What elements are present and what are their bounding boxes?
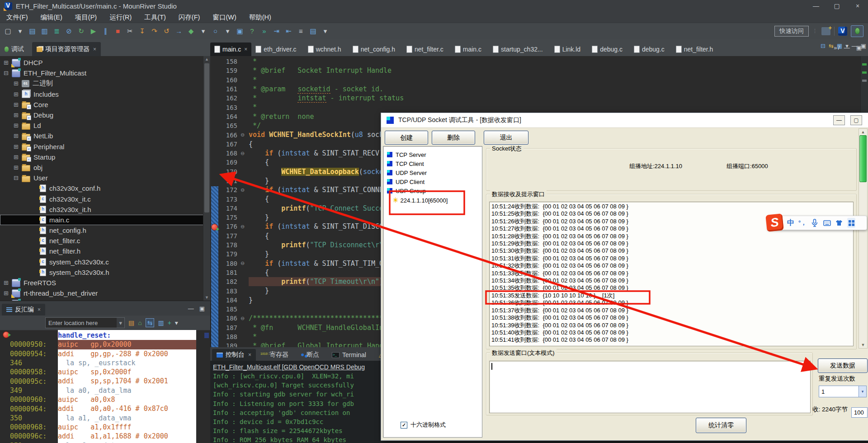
spin-dropdown-icon[interactable]: ▾	[859, 386, 866, 397]
menu-item[interactable]: 窗口(W)	[206, 12, 242, 23]
code-line[interactable]: 163 *	[210, 103, 868, 112]
step-return-icon[interactable]: ↺	[161, 26, 172, 37]
tree-item[interactable]: ⊞ obj	[0, 162, 210, 173]
breakpoint-icon[interactable]	[3, 332, 9, 338]
udp-group-member[interactable]: ☀ 224.1.1.10[65000]	[383, 195, 482, 205]
shift-left-icon[interactable]: ⇤	[283, 26, 294, 37]
menu-item[interactable]: 闪存(F)	[172, 12, 207, 23]
shift-right-icon[interactable]: ⇥	[271, 26, 282, 37]
tree-expander-icon[interactable]: ⊞	[14, 101, 20, 108]
scroll-up-icon[interactable]: ▲	[203, 57, 210, 61]
scroll-down-icon[interactable]: ▼	[203, 295, 210, 300]
dialog-scrollbar[interactable]: ▲ ▼	[859, 128, 868, 349]
sogou-logo-icon[interactable]: S	[765, 213, 784, 232]
tree-expander-icon[interactable]: ⊞	[4, 290, 10, 297]
editor-minimize-icon[interactable]: —	[844, 44, 850, 51]
code-line[interactable]: 159 * @brief Socket Interrupt Handle	[210, 66, 868, 75]
fold-marker-icon[interactable]: ⊖	[241, 187, 249, 193]
fold-marker-icon[interactable]: ⊖	[241, 260, 249, 266]
editor-tab[interactable]: Link.ld	[550, 42, 588, 56]
toolbox-icon[interactable]	[847, 218, 855, 228]
editor-tab[interactable]: main.c ×	[210, 42, 251, 56]
tree-item[interactable]: net_filter.h	[0, 246, 210, 256]
show-opcodes-icon[interactable]: ▥	[158, 319, 164, 326]
close-button[interactable]: ×	[847, 0, 868, 12]
tree-expander-icon[interactable]: ⊞	[14, 80, 20, 87]
tree-item[interactable]: ⊞ Core	[0, 99, 210, 110]
tree-expander-icon[interactable]: ⊟	[14, 174, 20, 181]
goto-icon[interactable]: →	[173, 26, 184, 37]
disassembly-row[interactable]: 0000096c: addi a1,a1,1688 # 0x2000	[0, 432, 210, 441]
disassembly-tab[interactable]: 反汇编 ×	[2, 304, 45, 316]
tree-expander-icon[interactable]: ⊞	[14, 132, 20, 139]
step-into-icon[interactable]: ↧	[137, 26, 148, 37]
disassembly-row[interactable]: 00000960: auipc a0,0x8	[0, 395, 210, 404]
clear-stats-button[interactable]: 统计清零	[696, 418, 746, 433]
tree-item[interactable]: ch32v30x_conf.h	[0, 183, 210, 193]
tree-item[interactable]: ⊞ Includes	[0, 89, 210, 99]
chinese-mode-icon[interactable]: 中	[787, 218, 794, 228]
socket-tree-item[interactable]: TCP Server	[383, 150, 482, 159]
tree-expander-icon[interactable]: ⊞	[14, 91, 20, 98]
overview-ruler[interactable]	[860, 56, 868, 113]
menu-item[interactable]: 文件(F)	[0, 12, 34, 23]
microphone-icon[interactable]	[811, 218, 819, 228]
dialog-titlebar[interactable]: TCP/UDP Socket 调试工具 - [数据收发窗口] — ▢	[381, 113, 868, 128]
count-value-box[interactable]: 100	[851, 407, 868, 418]
editor-tab[interactable]: net_filter.h	[672, 42, 721, 56]
panel-maximize-icon[interactable]: ▣	[199, 305, 205, 312]
sync-pc-icon[interactable]: ⇆	[146, 318, 155, 327]
restart-icon[interactable]: ↻	[75, 26, 87, 37]
close-tab-icon[interactable]: ×	[93, 46, 96, 52]
home-icon[interactable]: ⌂	[138, 319, 142, 326]
fold-marker-icon[interactable]: ⊖	[241, 224, 249, 230]
help-icon[interactable]: ?	[246, 26, 258, 37]
editor-tab[interactable]: startup_ch32...	[489, 42, 550, 56]
build-icon[interactable]: ≣	[51, 26, 62, 37]
tab-overflow-button[interactable]: »7	[830, 44, 844, 51]
fold-marker-icon[interactable]: ⊖	[241, 316, 249, 321]
socket-tree-item[interactable]: UDP Group	[383, 186, 482, 195]
view-menu-dropdown-icon[interactable]: ▾	[175, 319, 178, 326]
combo-dropdown-icon[interactable]: ▾	[117, 318, 124, 328]
debug-perspective-button[interactable]	[851, 25, 863, 37]
disasm-scroll-thumb[interactable]	[204, 333, 209, 338]
disassembly-row[interactable]: 00000950: auipc gp,0x20000	[0, 340, 210, 349]
tree-item[interactable]: ⊞ Debug	[0, 110, 210, 120]
resume-icon[interactable]: ▶	[88, 26, 99, 37]
views-icon[interactable]: ▤	[307, 26, 319, 37]
tree-item[interactable]: ⊞ Startup	[0, 152, 210, 162]
exit-button[interactable]: 退出	[484, 131, 528, 145]
stop-icon[interactable]: ■	[112, 26, 123, 37]
panel-tab[interactable]: 调试	[0, 42, 32, 56]
console-tab[interactable]: 控制台 ×	[212, 349, 256, 361]
menu-item[interactable]: 编辑(E)	[34, 12, 69, 23]
quick-access-box[interactable]: 快速访问	[774, 26, 809, 37]
tree-item[interactable]: ⊟ User	[0, 173, 210, 183]
socket-tree-item[interactable]: TCP Client	[383, 159, 482, 168]
close-tab-icon[interactable]: ×	[244, 46, 247, 52]
keyboard-icon[interactable]	[823, 218, 831, 228]
minimize-button[interactable]: —	[806, 0, 826, 12]
disassembly-row[interactable]: 00000964: addi a0,a0,-416 # 0x87c0	[0, 404, 210, 413]
tree-item[interactable]: ⊞ 二进制	[0, 78, 210, 89]
console-tab[interactable]: 寄存器	[256, 349, 297, 361]
debug-icon[interactable]: ◆	[185, 26, 197, 37]
tree-item[interactable]: ⊞ NetLib	[0, 131, 210, 141]
code-line[interactable]: 162 * intstat - interrupt status	[210, 94, 868, 103]
editor-tab[interactable]: eth_driver.c	[251, 42, 303, 56]
tree-item[interactable]: ⊞ FreeRTOS	[0, 278, 210, 288]
tree-expander-icon[interactable]: ⊞	[14, 122, 20, 129]
search-dropdown-icon[interactable]: ▾	[222, 26, 233, 37]
code-line[interactable]: 161 * @param socketid - socket id.	[210, 85, 868, 94]
new-wizard-icon[interactable]: ▢	[2, 26, 14, 37]
pause-icon[interactable]: ∥	[100, 26, 111, 37]
tree-expander-icon[interactable]: ⊞	[14, 112, 20, 118]
profile-icon[interactable]: ▣	[234, 26, 245, 37]
disassembly-row[interactable]: 00000954: addi gp,gp,-288 # 0x2000	[0, 349, 210, 358]
disassembly-row[interactable]: 00000968: auipc a1,0x1ffff	[0, 423, 210, 432]
sogou-input-bar[interactable]: S 中 °，	[768, 216, 867, 230]
code-line[interactable]: 158 *	[210, 57, 868, 66]
disassembly-row[interactable]: 351 la a2, _edata	[0, 441, 210, 443]
tree-item[interactable]: main.c	[0, 215, 210, 225]
